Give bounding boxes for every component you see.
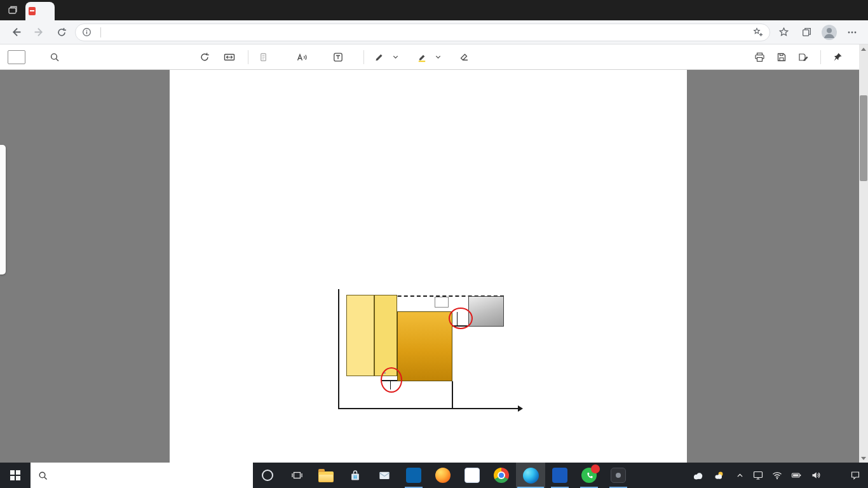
cortana-icon <box>262 470 273 481</box>
mail-icon <box>378 469 391 482</box>
chevron-down-icon[interactable] <box>435 53 442 60</box>
anode-block-left <box>346 295 374 376</box>
outlook-icon <box>406 468 421 483</box>
language-indicator[interactable] <box>825 463 834 488</box>
taskbar-app-firefox[interactable] <box>428 463 458 488</box>
battery-icon <box>791 470 802 480</box>
rotate-icon[interactable] <box>200 52 210 62</box>
action-center-button[interactable] <box>846 463 868 488</box>
browser-tab-active[interactable] <box>25 2 55 20</box>
erase-button[interactable] <box>456 48 477 67</box>
taskbar-app-edge-active[interactable] <box>516 463 545 488</box>
fit-to-width-icon[interactable] <box>224 52 235 62</box>
dark-app-icon <box>611 468 626 483</box>
weather-widget[interactable] <box>709 463 731 488</box>
system-tray <box>688 463 868 488</box>
file-explorer-icon <box>318 471 334 482</box>
show-hidden-icons-button[interactable] <box>731 463 749 488</box>
speaker-icon <box>811 470 821 480</box>
add-text-button[interactable] <box>329 48 351 67</box>
window-maximize-button[interactable] <box>811 0 839 20</box>
pdf-toolbar <box>0 44 868 70</box>
scroll-down-arrow[interactable] <box>859 454 868 463</box>
volume-tray-button[interactable] <box>806 463 825 488</box>
new-tab-button[interactable] <box>55 1 72 19</box>
read-aloud-icon <box>296 52 308 62</box>
pin-toolbar-icon[interactable] <box>832 52 843 62</box>
back-button[interactable] <box>6 23 25 42</box>
chevron-down-icon[interactable] <box>392 53 399 60</box>
pdf-content-area <box>0 70 868 463</box>
scrollbar-thumb[interactable] <box>860 95 867 181</box>
print-icon[interactable] <box>754 52 765 62</box>
sidebar-flyout-handle[interactable] <box>0 145 6 274</box>
clock[interactable] <box>834 463 846 488</box>
favorites-button[interactable] <box>774 23 793 42</box>
address-bar[interactable] <box>75 24 770 41</box>
window-minimize-button[interactable] <box>782 0 811 20</box>
taskbar-app-10[interactable] <box>604 463 633 488</box>
scroll-up-arrow[interactable] <box>859 44 868 53</box>
phone-icon <box>585 471 593 480</box>
page-info-icon <box>82 27 92 37</box>
start-button[interactable] <box>0 463 31 488</box>
taskbar-app-chrome[interactable] <box>487 463 516 488</box>
task-view-button[interactable] <box>282 463 311 488</box>
taskbar-app-whatsapp[interactable] <box>574 463 604 488</box>
taskbar-app-mail[interactable] <box>370 463 399 488</box>
firefox-icon <box>435 468 451 483</box>
back-icon <box>11 27 22 37</box>
x-axis-arrow <box>518 405 523 412</box>
notification-badge <box>591 464 600 473</box>
screen <box>0 0 868 488</box>
profile-button[interactable] <box>820 23 839 42</box>
save-icon[interactable] <box>776 52 787 62</box>
ellipsis-icon <box>847 27 857 37</box>
energy-diagram <box>324 285 543 431</box>
anode-block-right <box>374 295 397 376</box>
cortana-button[interactable] <box>253 463 282 488</box>
read-aloud-button[interactable] <box>292 48 315 67</box>
taskbar-search[interactable] <box>31 463 253 488</box>
toolbar-divider <box>363 50 364 64</box>
collections-button[interactable] <box>797 23 816 42</box>
network-tray-button[interactable] <box>768 463 787 488</box>
eraser-icon <box>459 52 470 62</box>
taskbar-app-store[interactable] <box>341 463 370 488</box>
search-input[interactable] <box>53 471 245 480</box>
taskbar-app-file-explorer[interactable] <box>311 463 341 488</box>
save-as-icon[interactable] <box>798 52 809 62</box>
page-view-icon <box>259 52 268 62</box>
onedrive-button[interactable] <box>688 463 709 488</box>
forward-button[interactable] <box>29 23 48 42</box>
browser-menu-button[interactable] <box>843 23 862 42</box>
address-divider <box>100 27 101 37</box>
highlight-button[interactable] <box>413 48 445 67</box>
page-view-button[interactable] <box>255 48 276 67</box>
tab-actions-button[interactable] <box>0 0 25 20</box>
collections-icon <box>801 27 812 37</box>
draw-button[interactable] <box>370 48 403 67</box>
battery-tray-button[interactable] <box>787 463 806 488</box>
window-close-button[interactable] <box>839 0 868 20</box>
refresh-button[interactable] <box>52 23 71 42</box>
person-icon <box>822 25 837 40</box>
red-circle-hole-barrier <box>381 367 402 393</box>
taskbar-app-word-running[interactable] <box>545 463 574 488</box>
ea-label <box>435 297 449 308</box>
taskbar-app-word-pinned[interactable] <box>458 463 487 488</box>
search-document-icon[interactable] <box>50 52 60 62</box>
display-tray-button[interactable] <box>749 463 768 488</box>
chrome-icon <box>494 468 509 483</box>
word-icon <box>552 468 567 483</box>
favorites-star-icon <box>778 27 789 37</box>
add-text-icon <box>333 52 343 62</box>
sun-cloud-icon <box>714 471 724 480</box>
toolbar-divider <box>248 50 248 64</box>
search-icon <box>38 471 48 480</box>
page-number-input[interactable] <box>8 50 25 64</box>
taskbar-app-outlook[interactable] <box>399 463 428 488</box>
add-favorite-icon[interactable] <box>752 27 763 37</box>
vertical-scrollbar[interactable] <box>859 44 868 463</box>
highlighter-icon <box>417 52 427 62</box>
